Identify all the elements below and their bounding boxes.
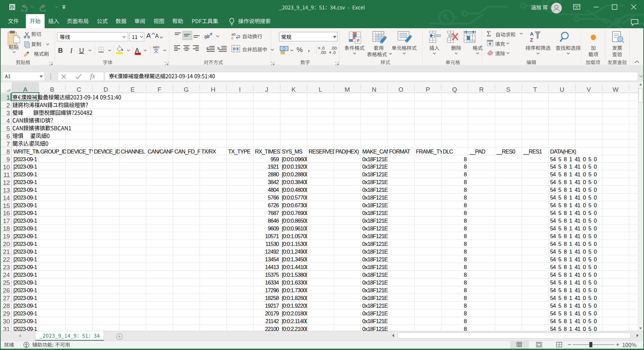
svg-text:.0: .0 xyxy=(332,50,336,54)
svg-text:c: c xyxy=(231,36,233,40)
svg-text:Z: Z xyxy=(530,37,533,43)
svg-text:A: A xyxy=(530,31,534,37)
svg-text:.00: .00 xyxy=(320,50,326,54)
